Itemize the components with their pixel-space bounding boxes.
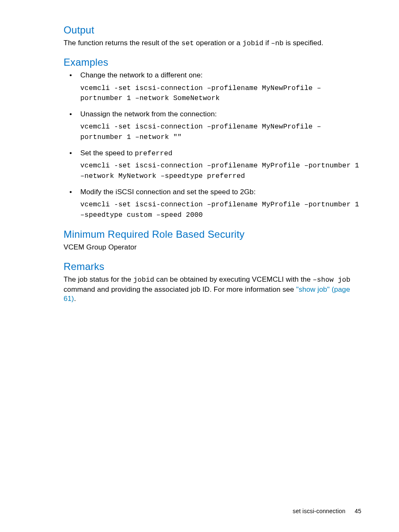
mrrbs-body: VCEM Group Operator [64, 243, 361, 252]
text: Change the network to a different one: [80, 71, 203, 79]
text: if [263, 39, 271, 47]
text: Unassign the network from the connection… [80, 110, 217, 118]
text: The function returns the result of the [64, 39, 182, 47]
example-command: vcemcli -set iscsi-connection –profilena… [80, 122, 361, 143]
text: . [74, 295, 76, 303]
text: The job status for the [64, 275, 133, 283]
text: Set the speed to [80, 149, 135, 157]
text: can be obtained by executing VCEMCLI wit… [154, 275, 313, 283]
code-inline: –show job [313, 276, 350, 284]
list-item: Change the network to a different one: v… [69, 71, 361, 104]
text: command and providing the associated job… [64, 285, 296, 293]
example-intro: Unassign the network from the connection… [80, 110, 361, 119]
example-command: vcemcli -set iscsi-connection –profilena… [80, 161, 361, 182]
example-command: vcemcli -set iscsi-connection –profilena… [80, 83, 361, 104]
section-remarks: Remarks The job status for the jobid can… [64, 261, 361, 304]
heading-output: Output [64, 24, 361, 36]
code-inline: –nb [271, 39, 284, 47]
footer-section-title: set iscsi-connection [293, 508, 345, 514]
example-intro: Modify the iSCSI connection and set the … [80, 188, 361, 197]
section-mrrbs: Minimum Required Role Based Security VCE… [64, 229, 361, 252]
code-inline: jobid [133, 276, 154, 284]
code-inline: jobid [243, 39, 263, 47]
heading-remarks: Remarks [64, 261, 361, 272]
section-output: Output The function returns the result o… [64, 24, 361, 48]
example-command: vcemcli -set iscsi-connection –profilena… [80, 200, 361, 221]
heading-mrrbs: Minimum Required Role Based Security [64, 229, 361, 240]
example-intro: Set the speed to preferred [80, 149, 361, 158]
output-paragraph: The function returns the result of the s… [64, 39, 361, 48]
heading-examples: Examples [64, 57, 361, 68]
section-examples: Examples Change the network to a differe… [64, 57, 361, 220]
code-inline: preferred [135, 149, 172, 157]
code-inline: set [182, 39, 194, 47]
example-intro: Change the network to a different one: [80, 71, 361, 80]
page-footer: set iscsi-connection 45 [293, 508, 361, 514]
list-item: Modify the iSCSI connection and set the … [69, 188, 361, 221]
remarks-paragraph: The job status for the jobid can be obta… [64, 275, 361, 304]
text: is specified. [284, 39, 323, 47]
footer-page-number: 45 [355, 508, 361, 514]
text: operation or a [194, 39, 243, 47]
list-item: Unassign the network from the connection… [69, 110, 361, 143]
text: Modify the iSCSI connection and set the … [80, 188, 256, 196]
list-item: Set the speed to preferred vcemcli -set … [69, 149, 361, 182]
examples-list: Change the network to a different one: v… [64, 71, 361, 220]
